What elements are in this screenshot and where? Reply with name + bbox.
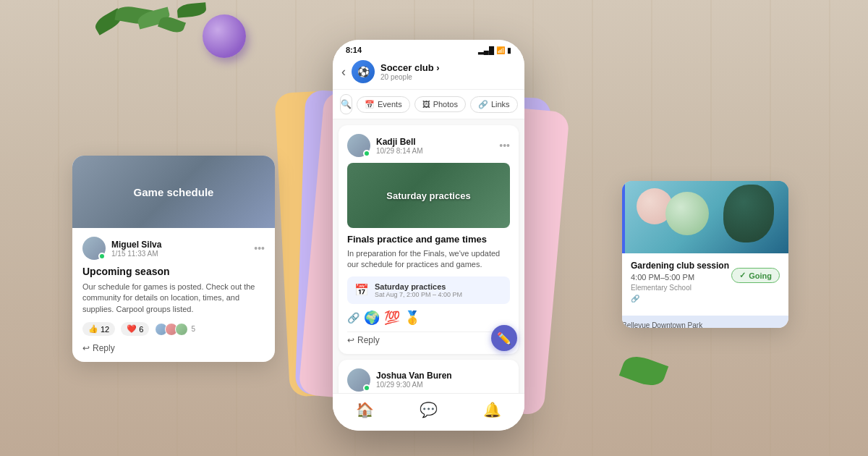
left-post-card: Game schedule Miguel Silva 1/15 11:33 AM… xyxy=(72,156,275,362)
avatar xyxy=(82,237,106,260)
share-icon-small: 🔗 xyxy=(631,295,639,303)
left-card-user: Miguel Silva 1/15 11:33 AM xyxy=(82,237,161,260)
post-title: Upcoming season xyxy=(82,266,265,277)
going-button[interactable]: ✓ Going xyxy=(731,268,780,283)
back-button[interactable]: ‹ xyxy=(341,64,346,80)
emoji-row: 🔗 🌍 💯 🥇 xyxy=(347,310,510,326)
nav-home-button[interactable]: 🏠 xyxy=(356,401,374,418)
msg-avatar-2 xyxy=(347,368,370,392)
msg-time-2: 10/29 9:30 AM xyxy=(376,381,452,389)
location-1: Elementary School xyxy=(631,284,780,292)
saturday-practices-image: Saturday practices xyxy=(347,163,510,228)
online-indicator-2 xyxy=(363,384,370,392)
nav-notifications-button[interactable]: 🔔 xyxy=(483,401,501,418)
signal-icon: ▂▄█ xyxy=(478,46,494,54)
nav-chat-button[interactable]: 💬 xyxy=(420,401,438,418)
status-time: 8:14 xyxy=(346,46,362,54)
tab-search-button[interactable]: 🔍 xyxy=(340,94,352,114)
msg-avatar-1 xyxy=(347,134,370,157)
online-indicator xyxy=(363,150,370,157)
msg-description-1: In preparation for the Finals, we've upd… xyxy=(347,248,510,271)
share-icon: 🔗 xyxy=(347,312,359,324)
photos-icon: 🖼 xyxy=(422,100,430,109)
tab-links[interactable]: 🔗 Links xyxy=(470,96,518,113)
left-card-body: Miguel Silva 1/15 11:33 AM ••• Upcoming … xyxy=(72,228,275,362)
gardening-card-body: Gardening club session 4:00 PM–5:00 PM ✓… xyxy=(622,253,788,310)
plant-decoration xyxy=(72,0,217,58)
msg-user-name-1: Kadji Bell xyxy=(376,137,423,147)
reply-label: Reply xyxy=(93,343,115,353)
msg-more-options-1[interactable]: ••• xyxy=(499,140,510,151)
msg-header-2: Joshua Van Buren 10/29 9:30 AM xyxy=(347,368,510,392)
phone-reply-button[interactable]: ↩ Reply xyxy=(347,332,510,345)
wifi-icon: 📶 xyxy=(496,46,505,54)
msg-user-name-2: Joshua Van Buren xyxy=(376,371,452,381)
msg-user-info-1: Kadji Bell 10/29 8:14 AM xyxy=(376,137,423,155)
game-schedule-image-label: Game schedule xyxy=(134,186,214,198)
reply-icon: ↩ xyxy=(82,343,90,353)
purple-ball xyxy=(203,14,246,58)
going-label: Going xyxy=(749,271,772,280)
bottom-nav: 🏠 💬 🔔 xyxy=(333,393,524,431)
avatar-tiny-3 xyxy=(175,323,188,336)
check-icon: ✓ xyxy=(739,271,746,280)
battery-icon: ▮ xyxy=(507,46,511,54)
medal-emoji[interactable]: 🥇 xyxy=(404,310,420,326)
msg-header-1: Kadji Bell 10/29 8:14 AM ••• xyxy=(347,134,510,157)
online-indicator xyxy=(98,253,106,260)
thumbs-icon: 👍 xyxy=(88,324,98,334)
main-phone: 8:14 ▂▄█ 📶 ▮ ‹ ⚽ Soccer club › 20 people… xyxy=(333,40,524,431)
group-info[interactable]: Soccer club › 20 people xyxy=(380,62,440,81)
msg-time-1: 10/29 8:14 AM xyxy=(376,147,423,155)
hundred-emoji[interactable]: 💯 xyxy=(384,310,400,326)
heart-icon: ❤️ xyxy=(127,324,137,334)
links-icon: 🔗 xyxy=(478,100,488,109)
reply-label: Reply xyxy=(357,335,380,345)
reply-arrow-icon: ↩ xyxy=(347,335,354,345)
user-name: Miguel Silva xyxy=(111,240,161,250)
left-card-reply-button[interactable]: ↩ Reply xyxy=(82,343,265,353)
status-icons: ▂▄█ 📶 ▮ xyxy=(478,46,511,54)
message-card-1: Kadji Bell 10/29 8:14 AM ••• Saturday pr… xyxy=(339,125,519,354)
chat-header: ‹ ⚽ Soccer club › 20 people xyxy=(333,57,524,90)
event-name: Saturday practices xyxy=(375,282,462,291)
tab-photos[interactable]: 🖼 Photos xyxy=(414,96,466,112)
share-row: 🔗 xyxy=(631,295,780,303)
phone-tabs: 🔍 📅 Events 🖼 Photos 🔗 Links xyxy=(333,90,524,119)
saturday-practices-label: Saturday practices xyxy=(386,190,470,201)
tab-events[interactable]: 📅 Events xyxy=(357,96,410,113)
more-options-button[interactable]: ••• xyxy=(254,242,265,254)
avatar-count: 5 xyxy=(191,325,195,333)
group-avatar: ⚽ xyxy=(352,60,375,83)
location-2: Bellevue Downtown Park xyxy=(622,321,788,328)
reaction-heart[interactable]: ❤️ 6 xyxy=(121,322,149,336)
compose-icon: ✏️ xyxy=(497,332,511,345)
right-event-card: Gardening club session 4:00 PM–5:00 PM ✓… xyxy=(622,181,788,328)
globe-emoji[interactable]: 🌍 xyxy=(364,310,380,326)
group-chevron: › xyxy=(436,62,439,73)
reaction-thumbs[interactable]: 👍 12 xyxy=(82,322,115,336)
group-members: 20 people xyxy=(380,73,440,81)
user-info: Miguel Silva 1/15 11:33 AM xyxy=(111,240,161,258)
status-bar: 8:14 ▂▄█ 📶 ▮ xyxy=(333,40,524,57)
event-calendar-icon: 📅 xyxy=(354,283,369,297)
avatar-group: 5 xyxy=(155,323,195,336)
post-description: Our schedule for games is posted. Check … xyxy=(82,282,265,315)
heart-count: 6 xyxy=(139,325,143,334)
gardening-card-image xyxy=(622,181,788,253)
msg-title-1: Finals practice and game times xyxy=(347,234,510,245)
gardening-card-location-row: Bellevue Downtown Park xyxy=(622,316,788,328)
blue-accent-bar xyxy=(622,181,625,253)
compose-fab-button[interactable]: ✏️ xyxy=(491,325,517,351)
game-schedule-image: Game schedule xyxy=(72,156,275,228)
msg-user-1: Kadji Bell 10/29 8:14 AM xyxy=(347,134,423,157)
event-info: Saturday practices Sat Aug 7, 2:00 PM – … xyxy=(375,282,462,298)
messages-scroll[interactable]: Kadji Bell 10/29 8:14 AM ••• Saturday pr… xyxy=(333,119,524,409)
msg-user-info-2: Joshua Van Buren 10/29 9:30 AM xyxy=(376,371,452,389)
event-card[interactable]: 📅 Saturday practices Sat Aug 7, 2:00 PM … xyxy=(347,276,510,304)
left-card-header: Miguel Silva 1/15 11:33 AM ••• xyxy=(82,237,265,260)
event-time: Sat Aug 7, 2:00 PM – 4:00 PM xyxy=(375,291,462,298)
group-name: Soccer club › xyxy=(380,62,440,73)
msg-user-2: Joshua Van Buren 10/29 9:30 AM xyxy=(347,368,452,392)
reaction-count: 12 xyxy=(101,325,109,334)
